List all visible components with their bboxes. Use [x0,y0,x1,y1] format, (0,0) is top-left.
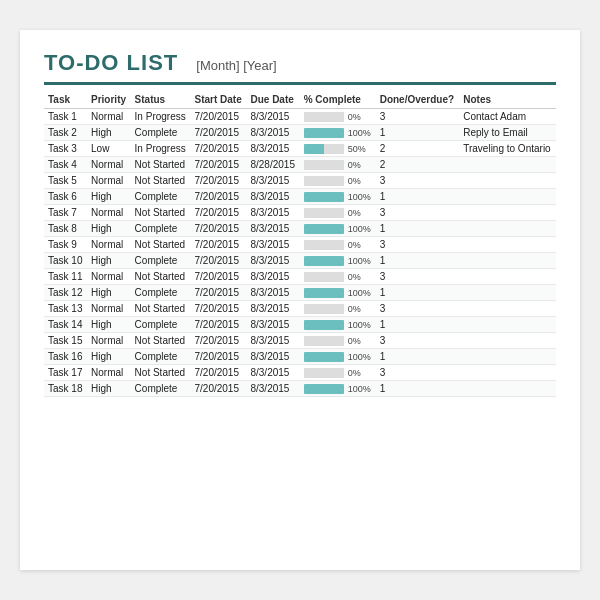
cell-status: Not Started [131,269,191,285]
table-row: Task 18HighComplete7/20/20158/3/2015100%… [44,381,556,397]
cell-done-overdue: 1 [376,381,460,397]
cell-done-overdue: 2 [376,141,460,157]
cell-status: In Progress [131,141,191,157]
pct-label: 100% [348,288,371,298]
cell-status: Not Started [131,365,191,381]
cell-notes [459,301,556,317]
table-row: Task 4NormalNot Started7/20/20158/28/201… [44,157,556,173]
cell-pct: 100% [300,381,376,397]
cell-start: 7/20/2015 [191,381,247,397]
cell-priority: Normal [87,205,131,221]
cell-due: 8/3/2015 [246,365,299,381]
cell-done-overdue: 3 [376,109,460,125]
cell-priority: Normal [87,237,131,253]
cell-task: Task 7 [44,205,87,221]
cell-pct: 50% [300,141,376,157]
cell-due: 8/3/2015 [246,189,299,205]
cell-pct: 100% [300,253,376,269]
table-row: Task 14HighComplete7/20/20158/3/2015100%… [44,317,556,333]
col-done-overdue: Done/Overdue? [376,91,460,109]
cell-start: 7/20/2015 [191,349,247,365]
cell-start: 7/20/2015 [191,141,247,157]
spreadsheet-container: TO-DO LIST [Month] [Year] Task Priority … [20,30,580,570]
cell-pct: 0% [300,365,376,381]
pct-label: 100% [348,128,371,138]
table-row: Task 12HighComplete7/20/20158/3/2015100%… [44,285,556,301]
cell-status: Complete [131,125,191,141]
cell-due: 8/3/2015 [246,141,299,157]
pct-label: 0% [348,336,368,346]
cell-start: 7/20/2015 [191,317,247,333]
cell-task: Task 3 [44,141,87,157]
header-row: TO-DO LIST [Month] [Year] [44,50,556,76]
cell-start: 7/20/2015 [191,253,247,269]
pct-label: 0% [348,208,368,218]
table-row: Task 15NormalNot Started7/20/20158/3/201… [44,333,556,349]
cell-done-overdue: 1 [376,349,460,365]
cell-done-overdue: 3 [376,237,460,253]
col-task: Task [44,91,87,109]
cell-status: Complete [131,253,191,269]
cell-done-overdue: 1 [376,189,460,205]
pct-label: 100% [348,224,371,234]
table-row: Task 13NormalNot Started7/20/20158/3/201… [44,301,556,317]
cell-notes [459,173,556,189]
month-year-label: [Month] [Year] [196,58,276,73]
cell-done-overdue: 1 [376,221,460,237]
cell-pct: 100% [300,221,376,237]
cell-due: 8/3/2015 [246,269,299,285]
cell-pct: 0% [300,333,376,349]
pct-label: 0% [348,272,368,282]
cell-pct: 100% [300,285,376,301]
cell-priority: High [87,253,131,269]
cell-due: 8/3/2015 [246,317,299,333]
cell-status: Not Started [131,301,191,317]
cell-task: Task 2 [44,125,87,141]
cell-status: Not Started [131,157,191,173]
table-row: Task 16HighComplete7/20/20158/3/2015100%… [44,349,556,365]
cell-notes [459,349,556,365]
cell-done-overdue: 1 [376,285,460,301]
cell-task: Task 15 [44,333,87,349]
pct-label: 100% [348,384,371,394]
cell-due: 8/3/2015 [246,221,299,237]
pct-label: 50% [348,144,368,154]
cell-done-overdue: 3 [376,269,460,285]
cell-pct: 0% [300,205,376,221]
cell-task: Task 13 [44,301,87,317]
cell-task: Task 16 [44,349,87,365]
cell-priority: Normal [87,269,131,285]
cell-done-overdue: 3 [376,205,460,221]
cell-pct: 0% [300,173,376,189]
cell-notes [459,221,556,237]
table-row: Task 7NormalNot Started7/20/20158/3/2015… [44,205,556,221]
cell-pct: 100% [300,349,376,365]
cell-priority: Normal [87,173,131,189]
cell-status: Complete [131,221,191,237]
cell-start: 7/20/2015 [191,365,247,381]
table-row: Task 11NormalNot Started7/20/20158/3/201… [44,269,556,285]
cell-start: 7/20/2015 [191,301,247,317]
table-row: Task 6HighComplete7/20/20158/3/2015100%1 [44,189,556,205]
cell-due: 8/3/2015 [246,381,299,397]
cell-done-overdue: 3 [376,365,460,381]
cell-status: Complete [131,381,191,397]
cell-task: Task 12 [44,285,87,301]
cell-task: Task 8 [44,221,87,237]
cell-notes [459,237,556,253]
cell-priority: Low [87,141,131,157]
pct-label: 0% [348,176,368,186]
cell-task: Task 5 [44,173,87,189]
cell-notes [459,189,556,205]
cell-done-overdue: 1 [376,253,460,269]
table-row: Task 10HighComplete7/20/20158/3/2015100%… [44,253,556,269]
cell-start: 7/20/2015 [191,285,247,301]
cell-done-overdue: 2 [376,157,460,173]
cell-notes [459,317,556,333]
cell-task: Task 11 [44,269,87,285]
cell-status: Complete [131,317,191,333]
cell-status: Complete [131,189,191,205]
cell-task: Task 10 [44,253,87,269]
page-title: TO-DO LIST [44,50,178,76]
col-due-date: Due Date [246,91,299,109]
